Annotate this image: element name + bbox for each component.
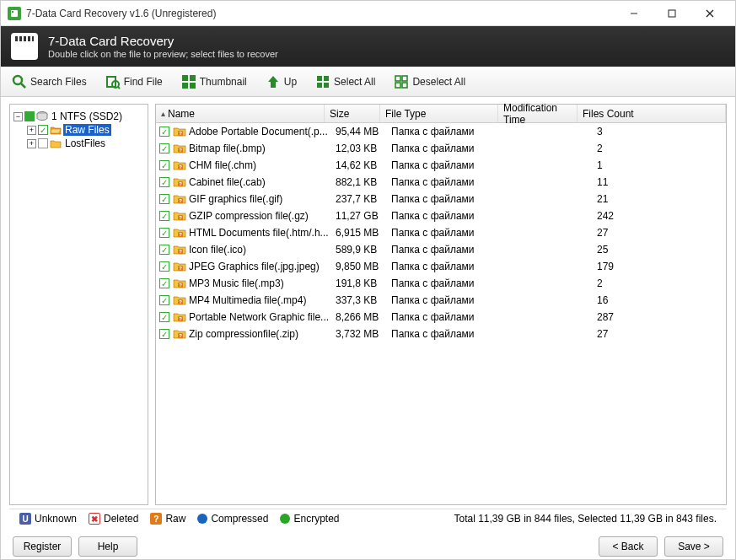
row-name: Cabinet file(.cab) (189, 176, 336, 188)
header-subtitle: Double click on the file to preview; sel… (48, 49, 278, 59)
deleted-icon: ✖ (89, 513, 100, 525)
row-checkbox[interactable]: ✓ (159, 295, 169, 305)
row-checkbox[interactable]: ✓ (159, 177, 169, 187)
svg-rect-14 (190, 83, 196, 89)
row-checkbox[interactable]: ✓ (159, 127, 169, 137)
close-button[interactable] (690, 2, 728, 25)
select-all-button[interactable]: Select All (311, 72, 379, 92)
row-type: Папка с файлами (391, 244, 509, 256)
select-all-label: Select All (334, 76, 375, 88)
tree-lostfiles-row[interactable]: + LostFiles (13, 137, 144, 150)
col-modification[interactable]: Modification Time (498, 105, 578, 122)
row-checkbox[interactable]: ✓ (159, 211, 169, 221)
file-list: Name Size File Type Modification Time Fi… (155, 104, 727, 505)
folder-raw-icon: ? (173, 159, 186, 172)
col-size[interactable]: Size (325, 105, 380, 122)
row-size: 11,27 GB (336, 210, 391, 222)
checkbox-icon[interactable] (38, 138, 48, 148)
row-name: Bitmap file(.bmp) (189, 143, 336, 154)
svg-rect-3 (669, 10, 675, 17)
row-checkbox[interactable]: ✓ (159, 312, 169, 322)
unknown-icon: U (19, 513, 31, 525)
tree-rawfiles-label: Raw Files (63, 124, 111, 136)
checkbox-icon[interactable]: ✓ (38, 125, 48, 135)
row-checkbox[interactable]: ✓ (159, 143, 169, 153)
row-count: 1 (588, 159, 656, 171)
row-checkbox[interactable]: ✓ (159, 261, 169, 272)
col-type[interactable]: File Type (380, 105, 498, 122)
find-file-button[interactable]: Find File (101, 72, 167, 92)
col-name[interactable]: Name (156, 105, 325, 122)
find-icon (105, 74, 121, 89)
app-header: 7-Data Card Recovery Double click on the… (1, 26, 735, 67)
table-row[interactable]: ✓?Cabinet file(.cab)882,1 KBПапка с файл… (156, 174, 726, 191)
table-row[interactable]: ✓?Bitmap file(.bmp)12,03 KBПапка с файла… (156, 140, 726, 157)
legend-unknown: UUnknown (19, 513, 77, 525)
expand-icon[interactable]: + (27, 126, 36, 135)
row-checkbox[interactable]: ✓ (159, 329, 169, 339)
row-count: 287 (588, 311, 656, 323)
up-button[interactable]: Up (261, 72, 301, 92)
deselect-all-icon (394, 74, 409, 89)
register-button[interactable]: Register (13, 536, 72, 557)
table-row[interactable]: ✓?Portable Network Graphic file...8,266 … (156, 309, 726, 326)
folder-open-icon (50, 124, 62, 136)
row-checkbox[interactable]: ✓ (159, 160, 169, 170)
row-name: GIF graphics file(.gif) (189, 193, 336, 205)
table-row[interactable]: ✓?HTML Documents file(.htm/.h...6,915 MB… (156, 224, 726, 241)
tree-root-row[interactable]: − 1 NTFS (SSD2) (13, 110, 144, 123)
expand-icon[interactable]: + (27, 139, 36, 148)
table-row[interactable]: ✓?MP3 Music file(.mp3)191,8 KBПапка с фа… (156, 275, 726, 292)
row-count: 2 (588, 143, 656, 154)
deselect-all-label: Deselect All (412, 76, 465, 88)
row-type: Папка с файлами (391, 277, 509, 289)
sdcard-icon (11, 33, 38, 60)
row-count: 242 (588, 210, 656, 222)
svg-text:?: ? (179, 181, 182, 186)
table-row[interactable]: ✓?JPEG Graphics file(.jpg.jpeg)9,850 MBП… (156, 258, 726, 275)
table-row[interactable]: ✓?MP4 Multimedia file(.mp4)337,3 KBПапка… (156, 292, 726, 309)
table-row[interactable]: ✓?Icon file(.ico)589,9 KBПапка с файлами… (156, 241, 726, 258)
maximize-button[interactable] (653, 2, 690, 25)
row-checkbox[interactable]: ✓ (159, 194, 169, 204)
save-button[interactable]: Save > (664, 536, 723, 557)
minimize-button[interactable] (615, 2, 653, 25)
row-count: 179 (588, 261, 656, 272)
help-button[interactable]: Help (78, 536, 137, 557)
back-button[interactable]: < Back (599, 536, 658, 557)
tree-rawfiles-row[interactable]: + ✓ Raw Files (13, 123, 144, 137)
row-count: 27 (588, 328, 656, 340)
table-row[interactable]: ✓?GZIP compression file(.gz)11,27 GBПапк… (156, 207, 726, 224)
row-checkbox[interactable]: ✓ (159, 228, 169, 238)
svg-text:?: ? (179, 148, 182, 153)
folder-raw-icon: ? (173, 260, 186, 273)
app-icon (8, 7, 21, 20)
row-type: Папка с файлами (391, 193, 509, 205)
svg-line-7 (21, 83, 25, 88)
table-row[interactable]: ✓?Zip compressionfile(.zip)3,732 MBПапка… (156, 326, 726, 342)
thumbnail-button[interactable]: Thumbnail (177, 72, 251, 92)
status-text: Total 11,39 GB in 844 files, Selected 11… (454, 513, 717, 525)
row-name: Icon file(.ico) (189, 244, 336, 256)
row-type: Папка с файлами (391, 159, 509, 171)
svg-point-6 (13, 76, 22, 84)
row-size: 14,62 KB (336, 159, 391, 171)
row-checkbox[interactable]: ✓ (159, 278, 169, 288)
table-row[interactable]: ✓?GIF graphics file(.gif)237,7 KBПапка с… (156, 191, 726, 207)
folder-raw-icon: ? (173, 327, 186, 341)
col-count[interactable]: Files Count (578, 105, 726, 122)
collapse-icon[interactable]: − (13, 112, 23, 121)
checkbox-icon[interactable] (24, 111, 35, 121)
row-count: 3 (588, 126, 656, 137)
table-row[interactable]: ✓?CHM file(.chm)14,62 KBПапка с файлами1 (156, 157, 726, 174)
search-files-button[interactable]: Search Files (8, 72, 91, 92)
row-checkbox[interactable]: ✓ (159, 245, 169, 255)
list-body[interactable]: ✓?Adobe Portable Document(.p...95,44 MBП… (156, 123, 726, 504)
footer: Register Help < Back Save > (1, 528, 735, 560)
folder-tree[interactable]: − 1 NTFS (SSD2) + ✓ Raw Files + LostFile… (9, 104, 148, 505)
search-files-label: Search Files (30, 76, 87, 88)
table-row[interactable]: ✓?Adobe Portable Document(.p...95,44 MBП… (156, 123, 726, 140)
row-count: 11 (588, 176, 656, 188)
row-size: 337,3 KB (336, 294, 391, 306)
deselect-all-button[interactable]: Deselect All (389, 72, 470, 92)
